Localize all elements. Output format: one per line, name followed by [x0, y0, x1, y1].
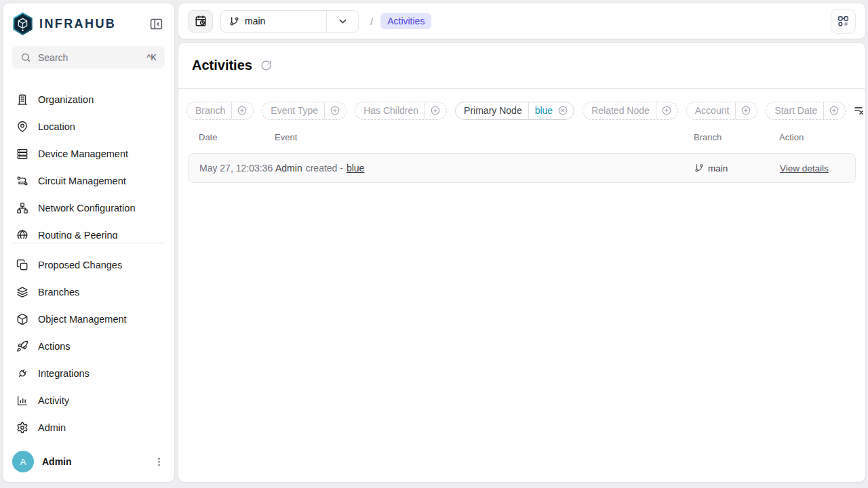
filter-chip-label: Start Date	[766, 105, 823, 116]
schema-icon	[837, 15, 850, 28]
sidebar-item-label: Proposed Changes	[38, 260, 122, 270]
calendar-clock-icon	[195, 15, 207, 27]
page-header: Activities	[178, 43, 865, 89]
remove-filter-icon[interactable]	[556, 105, 574, 116]
branch-name: main	[245, 16, 265, 26]
column-header-event: Event	[275, 132, 694, 142]
globe-icon	[16, 229, 28, 239]
sidebar-item-integrations[interactable]: Integrations	[9, 360, 167, 387]
chevron-down-icon	[337, 16, 349, 27]
breadcrumb-current[interactable]: Activities	[380, 13, 431, 29]
sidebar-item-proposed-changes[interactable]: Proposed Changes	[9, 251, 167, 279]
sidebar-item-admin[interactable]: Admin	[9, 414, 167, 441]
network-icon	[16, 202, 28, 214]
filter-bar: Branch Event Type Has Children Primary N…	[178, 89, 865, 121]
branch-selector[interactable]: main	[220, 10, 359, 33]
activity-branch: main	[694, 163, 780, 174]
clear-filters-button[interactable]: Clear filters	[854, 100, 866, 121]
sidebar-item-label: Circuit Management	[38, 176, 126, 186]
table-row[interactable]: May 27, 12:03:36 Admin created - blue ma…	[188, 153, 856, 183]
sidebar-item-routing-peering[interactable]: Routing & Peering	[9, 222, 167, 239]
add-filter-icon[interactable]	[425, 105, 446, 116]
sidebar-item-network-configuration[interactable]: Network Configuration	[9, 195, 167, 222]
avatar: A	[12, 451, 34, 472]
table-header-row: Date Event Branch Action	[188, 132, 856, 142]
sidebar-item-label: Object Management	[38, 314, 127, 325]
topbar: main / Activities	[178, 3, 866, 39]
brand-name: INFRAHUB	[39, 17, 116, 31]
view-details-link[interactable]: View details	[780, 163, 829, 174]
brand-logo[interactable]: INFRAHUB	[12, 12, 116, 35]
filter-chip-primary-node[interactable]: Primary Node blue	[455, 102, 574, 120]
activity-action: View details	[780, 163, 844, 174]
filter-chip-label: Primary Node	[456, 105, 528, 116]
sidebar-item-label: Branches	[38, 287, 79, 298]
sidebar-item-organization[interactable]: Organization	[9, 86, 167, 113]
activity-branch-name: main	[708, 163, 728, 174]
filter-chip-event-type[interactable]: Event Type	[262, 102, 347, 120]
git-branch-icon	[694, 163, 704, 173]
sidebar-item-label: Routing & Peering	[38, 230, 118, 239]
filter-chip-start-date[interactable]: Start Date	[766, 102, 846, 120]
search-input[interactable]: Search ^K	[12, 46, 165, 68]
rocket-icon	[16, 340, 28, 352]
activity-actor: Admin	[275, 163, 302, 174]
search-icon	[20, 52, 31, 63]
sidebar-item-label: Device Management	[38, 148, 128, 159]
column-header-action: Action	[779, 132, 845, 142]
sidebar-collapse-button[interactable]	[148, 16, 165, 33]
filter-chip-label: Has Children	[355, 105, 425, 116]
user-menu-kebab-button[interactable]	[153, 456, 165, 468]
filter-chip-has-children[interactable]: Has Children	[355, 102, 447, 120]
filter-chip-label: Branch	[187, 105, 231, 116]
sidebar-item-label: Network Configuration	[38, 203, 135, 214]
refresh-button[interactable]	[260, 60, 272, 71]
filter-chip-value: blue	[529, 105, 556, 116]
column-header-date: Date	[199, 132, 275, 142]
sidebar-item-activity[interactable]: Activity	[9, 387, 167, 414]
sidebar-item-location[interactable]: Location	[9, 113, 167, 140]
filter-chip-account[interactable]: Account	[686, 102, 758, 120]
sidebar-header: INFRAHUB	[3, 3, 174, 35]
panel-collapse-icon	[149, 17, 163, 31]
branch-selector-toggle[interactable]	[326, 11, 358, 32]
add-filter-icon[interactable]	[824, 105, 845, 116]
add-filter-icon[interactable]	[325, 105, 346, 116]
add-filter-icon[interactable]	[232, 105, 253, 116]
sidebar-item-label: Integrations	[38, 368, 90, 379]
sidebar-item-branches[interactable]: Branches	[9, 279, 167, 306]
git-branch-icon	[229, 16, 239, 26]
filter-chip-branch[interactable]: Branch	[186, 102, 254, 120]
plug-icon	[16, 367, 28, 380]
filter-chip-label: Event Type	[262, 105, 324, 116]
sidebar: INFRAHUB Search ^K Organization Location	[2, 3, 175, 483]
column-header-branch: Branch	[694, 132, 779, 142]
schema-visualizer-button[interactable]	[831, 9, 856, 34]
time-travel-button[interactable]	[188, 10, 213, 33]
sidebar-item-label: Actions	[38, 341, 71, 352]
refresh-icon	[260, 60, 272, 71]
sidebar-item-label: Organization	[38, 94, 94, 105]
breadcrumb-separator: /	[370, 16, 373, 27]
activity-object-link[interactable]: blue	[347, 163, 364, 174]
filter-chip-label: Related Node	[583, 105, 656, 116]
branch-selector-value: main	[221, 11, 326, 32]
search-placeholder: Search	[38, 52, 68, 63]
filter-x-icon	[854, 105, 865, 116]
gear-icon	[16, 422, 28, 434]
sidebar-item-circuit-management[interactable]: Circuit Management	[9, 167, 167, 195]
sidebar-item-object-management[interactable]: Object Management	[9, 306, 167, 333]
map-pin-icon	[16, 121, 28, 133]
sidebar-item-label: Location	[38, 121, 75, 132]
add-filter-icon[interactable]	[656, 105, 677, 116]
sidebar-item-actions[interactable]: Actions	[9, 333, 167, 360]
sidebar-app-nav: Proposed Changes Branches Object Managem…	[3, 243, 174, 441]
add-filter-icon[interactable]	[736, 105, 757, 116]
bar-chart-icon	[16, 394, 28, 407]
filter-chip-related-node[interactable]: Related Node	[583, 102, 678, 120]
user-menu[interactable]: A Admin	[3, 441, 174, 482]
activity-date: May 27, 12:03:36	[199, 163, 275, 174]
user-name: Admin	[42, 456, 72, 467]
sidebar-item-device-management[interactable]: Device Management	[9, 140, 167, 167]
route-icon	[16, 175, 28, 187]
